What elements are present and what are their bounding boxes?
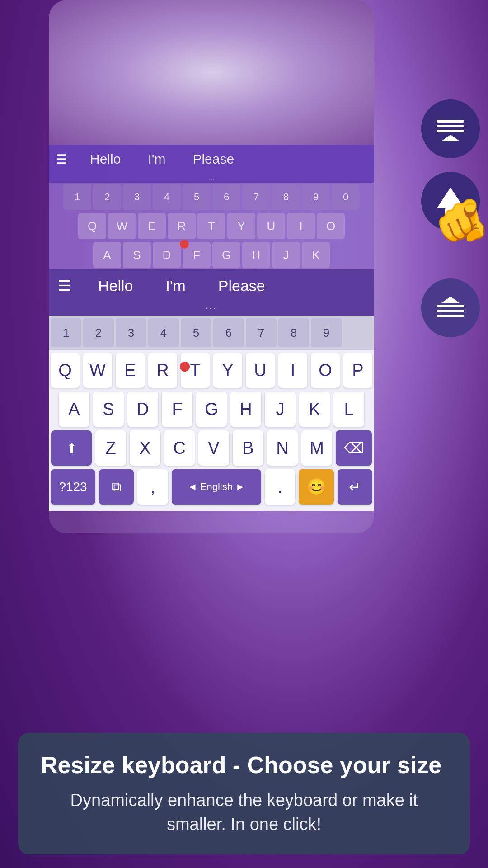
svg-marker-6	[441, 297, 460, 303]
key-q-small[interactable]: Q	[78, 213, 106, 239]
key-7-main[interactable]: 7	[246, 318, 277, 347]
suggestion-im-main[interactable]: I'm	[165, 277, 185, 295]
key-i[interactable]: I	[278, 353, 307, 388]
key-6-small[interactable]: 6	[212, 184, 240, 210]
clipboard-key[interactable]: ⧉	[99, 469, 134, 505]
language-key[interactable]: ◄ English ►	[172, 469, 261, 505]
key-v[interactable]: V	[198, 430, 229, 466]
key-1-main[interactable]: 1	[51, 318, 81, 347]
svg-rect-1	[437, 125, 464, 127]
key-y[interactable]: Y	[213, 353, 242, 388]
gesture-dot-small	[180, 240, 189, 249]
key-s-small[interactable]: S	[123, 242, 151, 268]
key-g-small[interactable]: G	[212, 242, 240, 268]
comma-key[interactable]: ,	[137, 469, 168, 505]
suggestion-please-small[interactable]: Please	[192, 151, 234, 167]
key-g[interactable]: G	[196, 392, 227, 427]
key-t-small[interactable]: T	[197, 213, 225, 239]
alpha-row1-small: Q W E R T Y U I O	[49, 212, 374, 241]
key-r-small[interactable]: R	[168, 213, 196, 239]
key-u-small[interactable]: U	[257, 213, 285, 239]
number-row-main: 1 2 3 4 5 6 7 8 9	[49, 316, 374, 350]
key-j-small[interactable]: J	[272, 242, 300, 268]
numbers-toggle-key[interactable]: ?123	[51, 469, 95, 505]
key-c[interactable]: C	[164, 430, 195, 466]
key-u[interactable]: U	[246, 353, 275, 388]
menu-icon-small[interactable]: ☰	[56, 152, 67, 167]
key-n[interactable]: N	[267, 430, 298, 466]
phone-wallpaper	[49, 0, 374, 145]
key-z[interactable]: Z	[95, 430, 126, 466]
key-m[interactable]: M	[301, 430, 332, 466]
key-4-small[interactable]: 4	[153, 184, 181, 210]
key-0-small[interactable]: 0	[332, 184, 360, 210]
menu-icon-main[interactable]: ☰	[58, 277, 71, 294]
alpha-row2-main: A S D F G H J K L	[51, 392, 372, 427]
alpha-rows-main: Q W E R T Y U I O P A S D F G H J K L ⬆ …	[49, 350, 374, 511]
key-j[interactable]: J	[265, 392, 296, 427]
key-y-small[interactable]: Y	[227, 213, 255, 239]
key-d[interactable]: D	[127, 392, 158, 427]
key-k[interactable]: K	[299, 392, 330, 427]
key-a[interactable]: A	[59, 392, 89, 427]
emoji-key[interactable]: 😊	[299, 469, 333, 505]
key-r[interactable]: R	[148, 353, 177, 388]
key-8-main[interactable]: 8	[278, 318, 309, 347]
suggestion-bar-main: ☰ Hello I'm Please	[49, 269, 374, 302]
alpha-row1-main: Q W E R T Y U I O P	[51, 353, 372, 388]
key-3-small[interactable]: 3	[123, 184, 151, 210]
key-h[interactable]: H	[230, 392, 261, 427]
key-8-small[interactable]: 8	[272, 184, 300, 210]
suggestion-bar-small: ☰ Hello I'm Please	[49, 145, 374, 174]
info-panel: Resize keyboard - Choose your size Dynam…	[18, 733, 470, 854]
svg-rect-2	[437, 130, 464, 132]
key-w-small[interactable]: W	[108, 213, 136, 239]
alpha-row3-main: ⬆ Z X C V B N M ⌫	[51, 430, 372, 466]
keyboard-expand-button[interactable]	[421, 278, 480, 337]
suggestion-hello-main[interactable]: Hello	[98, 277, 133, 295]
key-o[interactable]: O	[311, 353, 340, 388]
enter-key[interactable]: ↵	[338, 469, 372, 505]
key-i-small[interactable]: I	[287, 213, 315, 239]
key-w[interactable]: W	[83, 353, 112, 388]
suggestion-hello-small[interactable]: Hello	[90, 151, 121, 167]
key-2-small[interactable]: 2	[93, 184, 121, 210]
svg-marker-3	[441, 135, 460, 141]
svg-rect-9	[437, 315, 464, 317]
key-o-small[interactable]: O	[317, 213, 345, 239]
key-5-small[interactable]: 5	[183, 184, 211, 210]
suggestion-please-main[interactable]: Please	[218, 277, 265, 295]
key-5-main[interactable]: 5	[181, 318, 211, 347]
shift-key[interactable]: ⬆	[51, 430, 92, 466]
key-f[interactable]: F	[162, 392, 192, 427]
key-q[interactable]: Q	[51, 353, 80, 388]
key-2-main[interactable]: 2	[83, 318, 114, 347]
alpha-row2-small: A S D F G H J K	[49, 241, 374, 269]
key-d-small[interactable]: D	[153, 242, 181, 268]
key-b[interactable]: B	[233, 430, 263, 466]
backspace-key[interactable]: ⌫	[336, 430, 372, 466]
key-s[interactable]: S	[93, 392, 124, 427]
key-a-small[interactable]: A	[93, 242, 121, 268]
number-row-small: 1 2 3 4 5 6 7 8 9 0	[49, 183, 374, 212]
key-p[interactable]: P	[343, 353, 372, 388]
key-e-small[interactable]: E	[138, 213, 166, 239]
dots-main: ···	[49, 302, 374, 316]
suggestion-im-small[interactable]: I'm	[148, 151, 165, 167]
key-9-small[interactable]: 9	[302, 184, 330, 210]
key-1-small[interactable]: 1	[63, 184, 91, 210]
dots-small: ...	[49, 174, 374, 183]
key-7-small[interactable]: 7	[242, 184, 270, 210]
key-4-main[interactable]: 4	[148, 318, 179, 347]
keyboard-down-icon	[435, 292, 466, 324]
key-x[interactable]: X	[130, 430, 160, 466]
key-k-small[interactable]: K	[302, 242, 330, 268]
key-3-main[interactable]: 3	[116, 318, 146, 347]
key-6-main[interactable]: 6	[213, 318, 244, 347]
key-e[interactable]: E	[116, 353, 145, 388]
key-l[interactable]: L	[333, 392, 364, 427]
key-9-main[interactable]: 9	[311, 318, 342, 347]
period-key[interactable]: .	[265, 469, 295, 505]
keyboard-collapse-button[interactable]	[421, 99, 480, 158]
key-h-small[interactable]: H	[242, 242, 270, 268]
